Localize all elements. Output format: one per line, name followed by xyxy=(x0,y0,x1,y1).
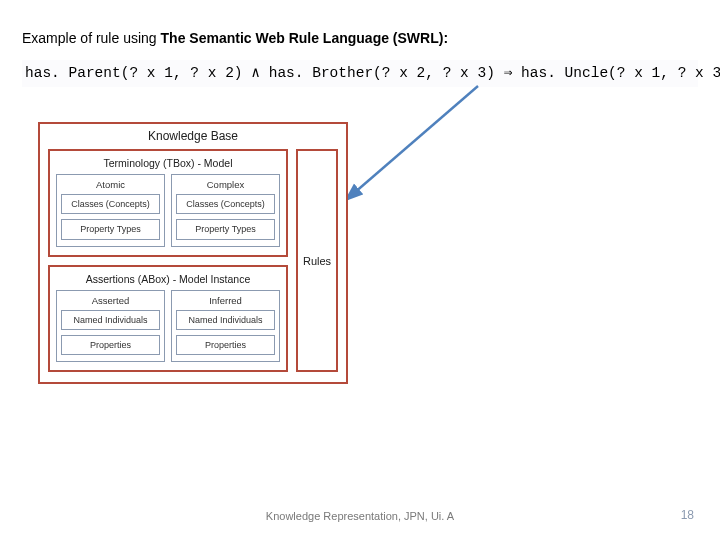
rule-implies-symbol: ⇒ xyxy=(495,65,521,81)
tbox-atomic-property-types: Property Types xyxy=(61,219,160,239)
heading-bold: The Semantic Web Rule Language (SWRL): xyxy=(161,30,449,46)
rule-and-symbol: ∧ xyxy=(243,65,269,81)
tbox-atomic-classes: Classes (Concepts) xyxy=(61,194,160,214)
rule-consequent: has. Uncle(? x 1, ? x 3) xyxy=(521,65,720,81)
abox-asserted-properties: Properties xyxy=(61,335,160,355)
tbox-complex-classes: Classes (Concepts) xyxy=(176,194,275,214)
abox-title: Assertions (ABox) - Model Instance xyxy=(56,271,280,290)
page-number: 18 xyxy=(681,508,694,522)
tbox-complex-property-types: Property Types xyxy=(176,219,275,239)
arrow-icon xyxy=(340,72,500,232)
footer-text: Knowledge Representation, JPN, Ui. A xyxy=(0,510,720,522)
abox-columns: Asserted Named Individuals Properties In… xyxy=(56,290,280,363)
abox-inferred-title: Inferred xyxy=(176,294,275,310)
rule-predicate-2: has. Brother(? x 2, ? x 3) xyxy=(269,65,495,81)
kb-title: Knowledge Base xyxy=(40,124,346,149)
tbox-col-complex: Complex Classes (Concepts) Property Type… xyxy=(171,174,280,247)
knowledge-base-box: Knowledge Base Terminology (TBox) - Mode… xyxy=(38,122,348,384)
abox-col-asserted: Asserted Named Individuals Properties xyxy=(56,290,165,363)
rules-box: Rules xyxy=(296,149,338,372)
abox-col-inferred: Inferred Named Individuals Properties xyxy=(171,290,280,363)
abox-asserted-individuals: Named Individuals xyxy=(61,310,160,330)
slide-heading: Example of rule using The Semantic Web R… xyxy=(22,30,698,46)
tbox-atomic-title: Atomic xyxy=(61,178,160,194)
tbox-col-atomic: Atomic Classes (Concepts) Property Types xyxy=(56,174,165,247)
tbox-title: Terminology (TBox) - Model xyxy=(56,155,280,174)
rules-label: Rules xyxy=(303,255,331,267)
kb-left-column: Terminology (TBox) - Model Atomic Classe… xyxy=(48,149,288,372)
abox-asserted-title: Asserted xyxy=(61,294,160,310)
heading-prefix: Example of rule using xyxy=(22,30,161,46)
swrl-rule: has. Parent(? x 1, ? x 2) ∧ has. Brother… xyxy=(22,60,698,87)
svg-line-0 xyxy=(346,86,478,200)
abox-inferred-individuals: Named Individuals xyxy=(176,310,275,330)
kb-body: Terminology (TBox) - Model Atomic Classe… xyxy=(40,149,346,382)
abox-inferred-properties: Properties xyxy=(176,335,275,355)
tbox-columns: Atomic Classes (Concepts) Property Types… xyxy=(56,174,280,247)
rule-predicate-1: has. Parent(? x 1, ? x 2) xyxy=(25,65,243,81)
tbox-complex-title: Complex xyxy=(176,178,275,194)
abox: Assertions (ABox) - Model Instance Asser… xyxy=(48,265,288,373)
tbox: Terminology (TBox) - Model Atomic Classe… xyxy=(48,149,288,257)
